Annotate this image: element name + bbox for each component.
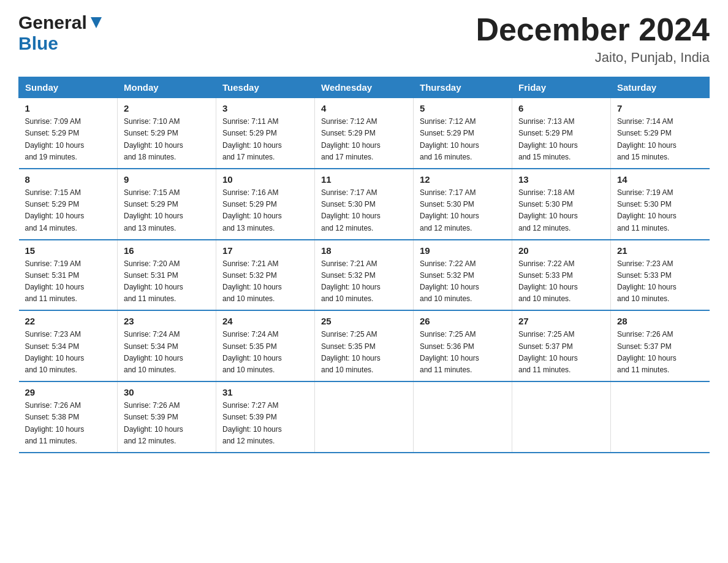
day-number: 28 [617, 316, 703, 326]
page-header: General Blue December 2024 Jaito, Punjab… [18, 12, 710, 66]
header-monday: Monday [118, 77, 216, 98]
calendar-week-row: 1 Sunrise: 7:09 AM Sunset: 5:29 PM Dayli… [19, 98, 710, 169]
day-number: 31 [222, 387, 308, 397]
day-number: 29 [25, 387, 112, 397]
day-info: Sunrise: 7:10 AM Sunset: 5:29 PM Dayligh… [124, 116, 210, 163]
location: Jaito, Punjab, India [476, 50, 710, 66]
day-info: Sunrise: 7:25 AM Sunset: 5:35 PM Dayligh… [321, 329, 407, 376]
day-number: 20 [518, 245, 604, 256]
table-row: 3 Sunrise: 7:11 AM Sunset: 5:29 PM Dayli… [216, 98, 315, 169]
day-number: 17 [222, 245, 308, 256]
day-info: Sunrise: 7:16 AM Sunset: 5:29 PM Dayligh… [222, 187, 308, 234]
day-info: Sunrise: 7:19 AM Sunset: 5:31 PM Dayligh… [25, 258, 112, 305]
calendar-week-row: 29 Sunrise: 7:26 AM Sunset: 5:38 PM Dayl… [19, 381, 710, 453]
table-row [512, 381, 611, 453]
table-row: 22 Sunrise: 7:23 AM Sunset: 5:34 PM Dayl… [19, 310, 118, 381]
day-info: Sunrise: 7:26 AM Sunset: 5:37 PM Dayligh… [617, 329, 703, 376]
day-info: Sunrise: 7:13 AM Sunset: 5:29 PM Dayligh… [518, 116, 604, 163]
day-number: 25 [321, 316, 407, 326]
day-number: 9 [124, 174, 210, 185]
day-number: 10 [222, 174, 308, 185]
day-number: 11 [321, 174, 407, 185]
header-sunday: Sunday [19, 77, 118, 98]
day-info: Sunrise: 7:11 AM Sunset: 5:29 PM Dayligh… [222, 116, 308, 163]
month-title: December 2024 [476, 12, 710, 47]
day-number: 24 [222, 316, 308, 326]
day-number: 7 [617, 103, 703, 113]
table-row: 10 Sunrise: 7:16 AM Sunset: 5:29 PM Dayl… [216, 169, 315, 240]
table-row: 9 Sunrise: 7:15 AM Sunset: 5:29 PM Dayli… [118, 169, 216, 240]
day-info: Sunrise: 7:26 AM Sunset: 5:39 PM Dayligh… [124, 400, 210, 447]
day-info: Sunrise: 7:17 AM Sunset: 5:30 PM Dayligh… [321, 187, 407, 234]
header-thursday: Thursday [414, 77, 512, 98]
table-row: 30 Sunrise: 7:26 AM Sunset: 5:39 PM Dayl… [118, 381, 216, 453]
table-row: 23 Sunrise: 7:24 AM Sunset: 5:34 PM Dayl… [118, 310, 216, 381]
table-row: 15 Sunrise: 7:19 AM Sunset: 5:31 PM Dayl… [19, 240, 118, 311]
day-number: 8 [25, 174, 112, 185]
day-info: Sunrise: 7:09 AM Sunset: 5:29 PM Dayligh… [25, 116, 112, 163]
header-tuesday: Tuesday [216, 77, 315, 98]
day-info: Sunrise: 7:27 AM Sunset: 5:39 PM Dayligh… [222, 400, 308, 447]
day-info: Sunrise: 7:24 AM Sunset: 5:35 PM Dayligh… [222, 329, 308, 376]
table-row: 24 Sunrise: 7:24 AM Sunset: 5:35 PM Dayl… [216, 310, 315, 381]
header-saturday: Saturday [611, 77, 710, 98]
day-number: 26 [420, 316, 506, 326]
table-row: 16 Sunrise: 7:20 AM Sunset: 5:31 PM Dayl… [118, 240, 216, 311]
day-info: Sunrise: 7:15 AM Sunset: 5:29 PM Dayligh… [124, 187, 210, 234]
table-row: 6 Sunrise: 7:13 AM Sunset: 5:29 PM Dayli… [512, 98, 611, 169]
logo-general-text: General [18, 12, 87, 33]
logo-arrow-icon [89, 16, 103, 32]
day-info: Sunrise: 7:15 AM Sunset: 5:29 PM Dayligh… [25, 187, 112, 234]
table-row [414, 381, 512, 453]
calendar-week-row: 8 Sunrise: 7:15 AM Sunset: 5:29 PM Dayli… [19, 169, 710, 240]
table-row: 25 Sunrise: 7:25 AM Sunset: 5:35 PM Dayl… [315, 310, 414, 381]
day-info: Sunrise: 7:21 AM Sunset: 5:32 PM Dayligh… [222, 258, 308, 305]
day-info: Sunrise: 7:19 AM Sunset: 5:30 PM Dayligh… [617, 187, 703, 234]
day-number: 6 [518, 103, 604, 113]
day-number: 12 [420, 174, 506, 185]
table-row: 1 Sunrise: 7:09 AM Sunset: 5:29 PM Dayli… [19, 98, 118, 169]
table-row: 31 Sunrise: 7:27 AM Sunset: 5:39 PM Dayl… [216, 381, 315, 453]
table-row: 8 Sunrise: 7:15 AM Sunset: 5:29 PM Dayli… [19, 169, 118, 240]
table-row: 21 Sunrise: 7:23 AM Sunset: 5:33 PM Dayl… [611, 240, 710, 311]
calendar-week-row: 15 Sunrise: 7:19 AM Sunset: 5:31 PM Dayl… [19, 240, 710, 311]
day-number: 27 [518, 316, 604, 326]
logo: General Blue [18, 12, 103, 54]
day-info: Sunrise: 7:24 AM Sunset: 5:34 PM Dayligh… [124, 329, 210, 376]
day-info: Sunrise: 7:22 AM Sunset: 5:33 PM Dayligh… [518, 258, 604, 305]
day-number: 23 [124, 316, 210, 326]
table-row: 29 Sunrise: 7:26 AM Sunset: 5:38 PM Dayl… [19, 381, 118, 453]
day-info: Sunrise: 7:18 AM Sunset: 5:30 PM Dayligh… [518, 187, 604, 234]
table-row: 12 Sunrise: 7:17 AM Sunset: 5:30 PM Dayl… [414, 169, 512, 240]
day-number: 13 [518, 174, 604, 185]
table-row: 14 Sunrise: 7:19 AM Sunset: 5:30 PM Dayl… [611, 169, 710, 240]
header-wednesday: Wednesday [315, 77, 414, 98]
table-row: 28 Sunrise: 7:26 AM Sunset: 5:37 PM Dayl… [611, 310, 710, 381]
table-row: 2 Sunrise: 7:10 AM Sunset: 5:29 PM Dayli… [118, 98, 216, 169]
svg-marker-0 [91, 17, 102, 28]
day-info: Sunrise: 7:23 AM Sunset: 5:33 PM Dayligh… [617, 258, 703, 305]
table-row: 5 Sunrise: 7:12 AM Sunset: 5:29 PM Dayli… [414, 98, 512, 169]
day-number: 21 [617, 245, 703, 256]
day-info: Sunrise: 7:23 AM Sunset: 5:34 PM Dayligh… [25, 329, 112, 376]
calendar-week-row: 22 Sunrise: 7:23 AM Sunset: 5:34 PM Dayl… [19, 310, 710, 381]
day-number: 30 [124, 387, 210, 397]
day-info: Sunrise: 7:20 AM Sunset: 5:31 PM Dayligh… [124, 258, 210, 305]
day-number: 2 [124, 103, 210, 113]
table-row: 27 Sunrise: 7:25 AM Sunset: 5:37 PM Dayl… [512, 310, 611, 381]
day-number: 22 [25, 316, 112, 326]
table-row: 7 Sunrise: 7:14 AM Sunset: 5:29 PM Dayli… [611, 98, 710, 169]
day-info: Sunrise: 7:14 AM Sunset: 5:29 PM Dayligh… [617, 116, 703, 163]
calendar-table: Sunday Monday Tuesday Wednesday Thursday… [18, 77, 710, 453]
day-number: 19 [420, 245, 506, 256]
day-info: Sunrise: 7:22 AM Sunset: 5:32 PM Dayligh… [420, 258, 506, 305]
table-row [315, 381, 414, 453]
day-number: 5 [420, 103, 506, 113]
table-row: 17 Sunrise: 7:21 AM Sunset: 5:32 PM Dayl… [216, 240, 315, 311]
day-info: Sunrise: 7:17 AM Sunset: 5:30 PM Dayligh… [420, 187, 506, 234]
table-row: 4 Sunrise: 7:12 AM Sunset: 5:29 PM Dayli… [315, 98, 414, 169]
day-info: Sunrise: 7:12 AM Sunset: 5:29 PM Dayligh… [321, 116, 407, 163]
table-row: 11 Sunrise: 7:17 AM Sunset: 5:30 PM Dayl… [315, 169, 414, 240]
logo-blue-text: Blue [18, 33, 58, 53]
day-number: 4 [321, 103, 407, 113]
